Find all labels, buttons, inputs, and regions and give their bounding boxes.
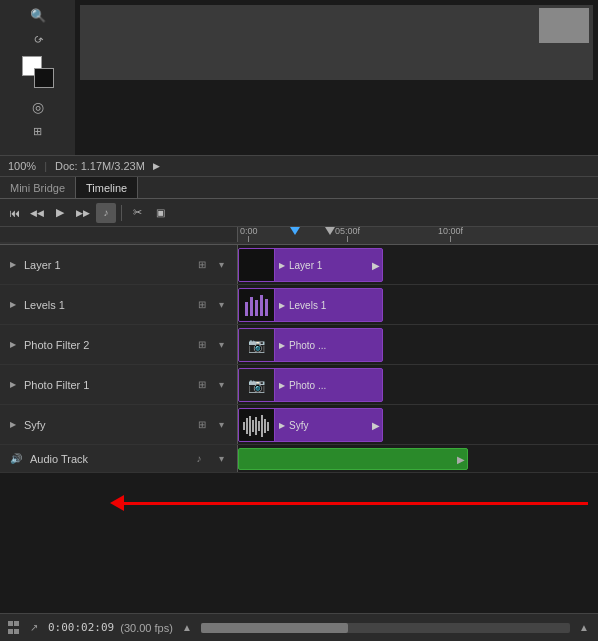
clip-layer1[interactable]: ▶ Layer 1 ▶: [238, 248, 383, 282]
color-swatches[interactable]: [22, 56, 54, 88]
foreground-color-swatch[interactable]: [34, 68, 54, 88]
clip-thumb-photofilter2: 📷: [239, 329, 275, 361]
track-content-layer1[interactable]: ▶ Layer 1 ▶: [238, 245, 598, 284]
bottom-nav-right[interactable]: ▲: [576, 620, 592, 636]
track-name-layer1: Layer 1: [24, 259, 188, 271]
ruler-mark-10f: 10:00f: [438, 226, 463, 242]
playhead-triangle: [290, 227, 300, 235]
audio-button[interactable]: ♪: [96, 203, 116, 223]
bottom-grid-icon: [6, 620, 20, 636]
track-name-syfy: Syfy: [24, 419, 188, 431]
ruler-marks[interactable]: 0:00 05:00f 10:00f: [238, 227, 598, 242]
expand-photofilter1[interactable]: ▶: [8, 380, 18, 390]
clip-syfy[interactable]: ▶ Syfy ▶: [238, 408, 383, 442]
tracks-container: ▶ Layer 1 ⊞ ▾ ▶ Layer 1 ▶: [0, 245, 598, 641]
red-arrow-line: [124, 502, 588, 505]
audio-speaker-icon[interactable]: 🔊: [8, 451, 24, 467]
doc-arrow[interactable]: ▶: [153, 161, 160, 171]
ruler-mark-0: 0:00: [240, 226, 258, 242]
expand-icon-photofilter2[interactable]: ▾: [213, 337, 229, 353]
expand-layer1[interactable]: ▶: [8, 260, 18, 270]
clip-play-icon-photofilter2: ▶: [279, 341, 285, 350]
out-marker-triangle: [325, 227, 335, 235]
bottom-nav-left[interactable]: ▲: [179, 620, 195, 636]
expand-photofilter2[interactable]: ▶: [8, 340, 18, 350]
clip-play-icon-syfy: ▶: [279, 421, 285, 430]
audio-note-icon[interactable]: ♪: [191, 451, 207, 467]
audio-clip[interactable]: ▶: [238, 448, 468, 470]
track-content-levels1[interactable]: ▶ Levels 1: [238, 285, 598, 324]
track-label-levels1: ▶ Levels 1 ⊞ ▾: [0, 285, 238, 324]
svg-rect-13: [267, 422, 269, 431]
bottom-bar: ↗ 0:00:02:09 (30.00 fps) ▲ ▲: [0, 613, 598, 641]
clip-thumb-syfy: [239, 409, 275, 441]
track-row-levels1: ▶ Levels 1 ⊞ ▾: [0, 285, 598, 325]
tab-timeline[interactable]: Timeline: [75, 177, 138, 198]
clip-play-icon-levels1: ▶: [279, 301, 285, 310]
ruler-mark-5f: 05:00f: [335, 226, 360, 242]
expand-icon-layer1[interactable]: ▾: [213, 257, 229, 273]
ruler-tick-5f: [347, 236, 348, 242]
film-icon-photofilter2[interactable]: ⊞: [194, 337, 210, 353]
step-back-button[interactable]: ◀◀: [27, 203, 47, 223]
track-label-layer1: ▶ Layer 1 ⊞ ▾: [0, 245, 238, 284]
film-icon-layer1[interactable]: ⊞: [194, 257, 210, 273]
audio-expand-icon[interactable]: ▾: [213, 451, 229, 467]
tools-panel: 🔍 ↺ ◎ ⊞: [0, 0, 75, 155]
svg-rect-1: [250, 297, 253, 316]
levels-waveform-svg: [242, 292, 272, 318]
status-separator: |: [44, 160, 47, 172]
clip-play-icon-layer1: ▶: [279, 261, 285, 270]
expand-icon-photofilter1[interactable]: ▾: [213, 377, 229, 393]
track-label-photofilter2: ▶ Photo Filter 2 ⊞ ▾: [0, 325, 238, 364]
track-icons-photofilter1: ⊞ ▾: [194, 377, 229, 393]
clip-label-syfy: ▶ Syfy: [275, 420, 312, 431]
track-label-photofilter1: ▶ Photo Filter 1 ⊞ ▾: [0, 365, 238, 404]
track-content-syfy[interactable]: ▶ Syfy ▶: [238, 405, 598, 444]
red-arrow-head: [110, 495, 124, 511]
play-button[interactable]: ▶: [50, 203, 70, 223]
transition-button[interactable]: ▣: [150, 203, 170, 223]
clip-text-levels1: Levels 1: [289, 300, 326, 311]
track-label-syfy: ▶ Syfy ⊞ ▾: [0, 405, 238, 444]
rotate-tool[interactable]: ↺: [22, 23, 53, 54]
timeline-scrollbar[interactable]: [201, 623, 570, 633]
svg-rect-8: [252, 420, 254, 432]
expand-levels1[interactable]: ▶: [8, 300, 18, 310]
tab-mini-bridge[interactable]: Mini Bridge: [0, 177, 75, 198]
svg-rect-6: [246, 418, 248, 434]
go-start-button[interactable]: ⏮: [4, 203, 24, 223]
svg-rect-4: [265, 299, 268, 316]
canvas-preview-area: [75, 0, 598, 155]
film-icon-photofilter1[interactable]: ⊞: [194, 377, 210, 393]
playhead-marker[interactable]: [290, 227, 300, 235]
track-content-photofilter2[interactable]: 📷 ▶ Photo ...: [238, 325, 598, 364]
split-button[interactable]: ✂: [127, 203, 147, 223]
clip-photofilter1[interactable]: 📷 ▶ Photo ...: [238, 368, 383, 402]
audio-content[interactable]: ▶: [238, 445, 598, 472]
track-content-photofilter1[interactable]: 📷 ▶ Photo ...: [238, 365, 598, 404]
clone-icon[interactable]: ⊞: [27, 120, 49, 142]
film-icon-syfy[interactable]: ⊞: [194, 417, 210, 433]
zoom-level: 100%: [8, 160, 36, 172]
clip-thumb-layer1: [239, 249, 275, 281]
expand-icon-syfy[interactable]: ▾: [213, 417, 229, 433]
svg-rect-3: [260, 295, 263, 316]
expand-icon-levels1[interactable]: ▾: [213, 297, 229, 313]
film-icon-levels1[interactable]: ⊞: [194, 297, 210, 313]
clip-text-photofilter1: Photo ...: [289, 380, 326, 391]
clip-levels1[interactable]: ▶ Levels 1: [238, 288, 383, 322]
svg-rect-2: [255, 300, 258, 316]
clip-text-syfy: Syfy: [289, 420, 308, 431]
preview-thumb: [539, 8, 589, 43]
step-forward-button[interactable]: ▶▶: [73, 203, 93, 223]
bottom-share-icon[interactable]: ↗: [26, 620, 42, 636]
clip-label-layer1: ▶ Layer 1: [275, 260, 326, 271]
timecode-display: 0:00:02:09: [48, 621, 114, 634]
clip-photofilter2[interactable]: 📷 ▶ Photo ...: [238, 328, 383, 362]
expand-syfy[interactable]: ▶: [8, 420, 18, 430]
track-icons-layer1: ⊞ ▾: [194, 257, 229, 273]
out-point-marker[interactable]: [325, 227, 335, 235]
svg-rect-10: [258, 421, 260, 431]
target-icon[interactable]: ◎: [27, 96, 49, 118]
